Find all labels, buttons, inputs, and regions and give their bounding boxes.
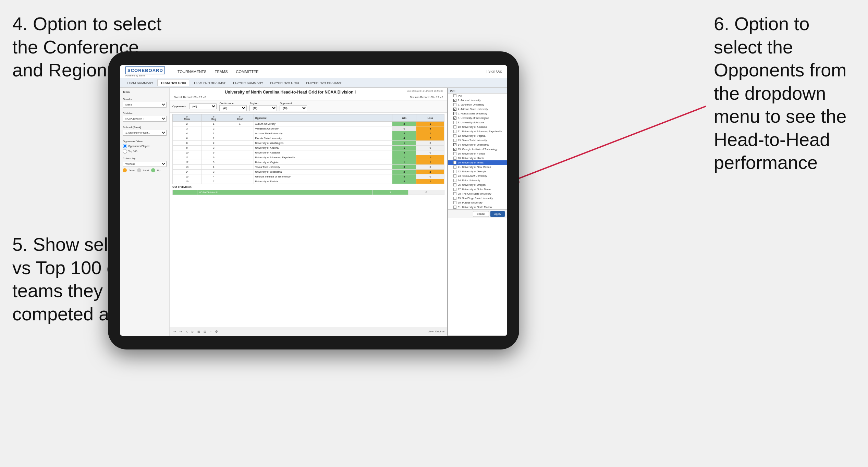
dropdown-item[interactable]: 9. University of Arizona xyxy=(448,120,507,125)
cancel-button[interactable]: Cancel xyxy=(473,211,489,217)
tab-team-summary[interactable]: TEAM SUMMARY xyxy=(124,79,156,86)
dropdown-item[interactable]: 11. University of Arkansas, Fayetteville xyxy=(448,129,507,134)
dropdown-item[interactable]: 13. Texas Tech University xyxy=(448,138,507,143)
table-row: 82 University of Washington 10 xyxy=(173,141,444,146)
dropdown-item[interactable]: ✓ 2. Auburn University xyxy=(448,98,507,102)
checkbox xyxy=(453,94,456,97)
dropdown-item[interactable]: ✓ 4. Arizona State University xyxy=(448,107,507,111)
radio-opponents-played[interactable] xyxy=(123,144,127,148)
table-row: 32 Vanderbilt University 04 xyxy=(173,126,444,131)
dropdown-item[interactable]: 3. Vanderbilt University xyxy=(448,102,507,107)
dropdown-item[interactable]: 29. San Diego State University xyxy=(448,196,507,200)
opponent-view-label: Opponent View xyxy=(123,140,167,143)
dropdown-item[interactable]: ✓ 6. Florida State University xyxy=(448,111,507,116)
annotation-6: 6. Option to select the Opponents from t… xyxy=(714,12,861,174)
table-row: 41 Arizona State University 51 xyxy=(173,131,444,136)
tab-player-h2h-grid[interactable]: PLAYER H2H GRID xyxy=(267,79,302,86)
dropdown-item[interactable]: ✓ 14. University of Oklahoma xyxy=(448,143,507,147)
tab-player-summary[interactable]: PLAYER SUMMARY xyxy=(230,79,266,86)
nav-teams[interactable]: TEAMS xyxy=(215,69,228,74)
checkbox xyxy=(453,161,456,164)
page-title: University of North Carolina Head-to-Hea… xyxy=(174,90,443,95)
radio-top100[interactable] xyxy=(123,149,127,153)
dropdown-item[interactable]: 22. University of Georgia xyxy=(448,169,507,174)
checkbox xyxy=(453,134,456,137)
dropdown-item[interactable]: ✓ 15. Georgia Institute of Technology xyxy=(448,147,507,151)
opponents-filter-select[interactable]: (All) xyxy=(189,103,217,109)
colour-select[interactable]: Win/loss xyxy=(123,161,167,167)
region-filter-select[interactable]: (All) xyxy=(249,105,277,111)
gender-label: Gender xyxy=(123,98,167,101)
checkbox xyxy=(453,130,456,133)
checkbox xyxy=(453,121,456,124)
col-conf: #Conf xyxy=(226,114,254,122)
dropdown-item[interactable]: 30. Purdue University xyxy=(448,200,507,205)
overall-record: Overall Record: 89 - 17 - 0 xyxy=(174,96,206,99)
dropdown-item[interactable]: 31. University of North Florida xyxy=(448,205,507,209)
school-select[interactable]: 1. University of Nort... xyxy=(123,130,167,136)
out-div-table: NCAA Division II 1 0 xyxy=(172,190,444,195)
dropdown-item[interactable]: 24. Duke University xyxy=(448,178,507,183)
toolbar-paste[interactable]: ⊟ xyxy=(203,330,207,334)
toolbar-copy[interactable]: ⊞ xyxy=(196,330,201,334)
opponents-filter-label: Opponents: xyxy=(172,105,186,108)
dropdown-item[interactable]: 21. University of New Mexico xyxy=(448,165,507,169)
toolbar-back[interactable]: ◁ xyxy=(185,330,189,334)
colour-down-label: Down xyxy=(129,169,135,172)
table-row: 154 Georgia Institute of Technology 50 xyxy=(173,174,444,179)
toolbar-minus[interactable]: − xyxy=(209,330,212,334)
dropdown-item[interactable]: 23. Texas A&M University xyxy=(448,174,507,178)
dropdown-item[interactable]: 18. University of Illinois xyxy=(448,156,507,160)
col-reg: #Reg xyxy=(201,114,226,122)
opponent-filter-select[interactable]: (All) xyxy=(280,105,307,111)
table-row: 105 University of Alabama 30 xyxy=(173,150,444,155)
dropdown-item[interactable]: 16. University of Florida xyxy=(448,151,507,156)
col-opponent: Opponent xyxy=(254,114,392,122)
view-label: View: Original xyxy=(428,330,444,333)
col-win: Win xyxy=(392,114,416,122)
radio-top100-label: Top 100 xyxy=(128,150,137,153)
conference-filter-label: Conference xyxy=(219,102,247,105)
colour-up-label: Up xyxy=(157,169,160,172)
dropdown-item[interactable]: ✓ 8. University of Washington xyxy=(448,116,507,120)
center-content: Last Updated: 4/11/2024 16:55:38 Univers… xyxy=(170,88,447,336)
nav-tournaments[interactable]: TOURNAMENTS xyxy=(178,69,207,74)
table-row: 162 University of Florida 51 xyxy=(173,179,444,184)
dropdown-footer: Cancel Apply xyxy=(448,209,507,218)
tab-team-h2h-grid[interactable]: TEAM H2H GRID xyxy=(157,79,189,86)
tab-player-h2h-heatmap[interactable]: PLAYER H2H HEATMAP xyxy=(303,79,345,86)
tab-team-h2h-heatmap[interactable]: TEAM H2H HEATMAP xyxy=(191,79,229,86)
checkbox xyxy=(453,179,456,182)
data-table-wrap: #Rank #Reg #Conf Opponent Win Loss 211 xyxy=(170,113,447,327)
table-row: 211 Auburn University 21 xyxy=(173,122,444,126)
dropdown-item[interactable]: 12. University of Virginia xyxy=(448,134,507,138)
dropdown-item[interactable]: 10. University of Alabama xyxy=(448,125,507,129)
table-row: 116 University of Arkansas, Fayetteville… xyxy=(173,155,444,160)
toolbar-forward[interactable]: ▷ xyxy=(191,330,195,334)
dropdown-item[interactable]: 20. University of Texas xyxy=(448,160,507,165)
tablet-frame: SCOREBOARD Powered by eland TOURNAMENTS … xyxy=(108,51,519,349)
checkbox: ✓ xyxy=(453,116,456,120)
conference-filter-select[interactable]: (All) xyxy=(219,105,247,111)
division-select[interactable]: NCAA Division I xyxy=(123,116,167,122)
dropdown-item[interactable]: (All) xyxy=(448,94,507,98)
checkbox xyxy=(453,183,456,186)
last-updated: Last Updated: 4/11/2024 16:55:38 xyxy=(407,90,443,92)
toolbar-redo[interactable]: ↪ xyxy=(179,330,183,334)
checkbox xyxy=(453,201,456,204)
nav-committee[interactable]: COMMITTEE xyxy=(236,69,259,74)
toolbar-clock[interactable]: ⏱ xyxy=(214,330,219,334)
col-loss: Loss xyxy=(416,114,444,122)
toolbar-undo[interactable]: ↩ xyxy=(172,330,177,334)
checkbox: ✓ xyxy=(453,99,456,102)
signout[interactable]: | Sign Out xyxy=(487,70,502,73)
dropdown-item[interactable]: 28. The Ohio State University xyxy=(448,192,507,196)
team-name-cell: Auburn University xyxy=(254,122,392,126)
gender-select[interactable]: Men's xyxy=(123,102,167,108)
dropdown-item[interactable]: 27. University of Notre Dame xyxy=(448,187,507,192)
opponent-dropdown[interactable]: (All) (All) ✓ 2. Auburn University 3. Va… xyxy=(447,88,507,336)
apply-button[interactable]: Apply xyxy=(490,211,505,217)
out-of-division-label: Out of division xyxy=(172,184,444,189)
logo-sub: Powered by eland xyxy=(125,74,172,77)
dropdown-item[interactable]: 25. University of Oregon xyxy=(448,183,507,187)
